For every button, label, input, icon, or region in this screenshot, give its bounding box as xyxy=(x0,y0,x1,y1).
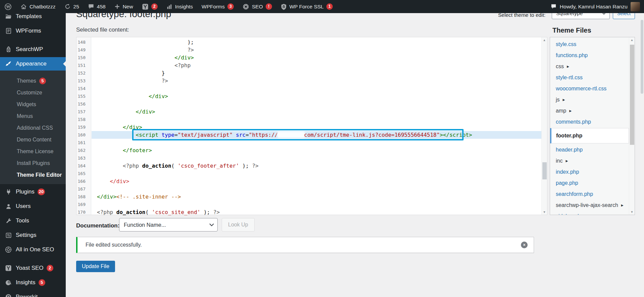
adminbar-item-seo[interactable]: SEO! xyxy=(238,0,276,13)
theme-file-index-php[interactable]: index.php xyxy=(550,166,635,177)
code-line-169[interactable] xyxy=(92,201,541,208)
sidebar-item-plugins[interactable]: Plugins20 xyxy=(0,185,66,199)
sidebar-item-tools[interactable]: Tools xyxy=(0,214,66,227)
code-line-151[interactable]: <?php xyxy=(92,61,541,69)
theme-file-comments-php[interactable]: comments.php xyxy=(550,116,635,127)
code-line-150[interactable]: </div> xyxy=(92,54,541,61)
yoast-icon xyxy=(142,3,149,10)
adminbar-item-comments[interactable]: 458 xyxy=(84,0,110,13)
adminbar-item-wp-force-ssl[interactable]: WP Force SSL1 xyxy=(276,0,337,13)
avatar[interactable] xyxy=(631,2,640,11)
editor-scrollbar-thumb[interactable] xyxy=(542,162,547,179)
sidebar-item-appearance[interactable]: Appearance xyxy=(0,57,66,71)
code-line-156[interactable] xyxy=(92,100,541,108)
sidebar-subitem-install-plugins[interactable]: Install Plugins xyxy=(0,157,66,169)
adminbar-item-wp-logo[interactable] xyxy=(0,0,16,13)
theme-files-scrollbar[interactable]: ▲ ▼ xyxy=(629,37,635,215)
sidebar-subitem-additional-css[interactable]: Additional CSS xyxy=(0,122,66,134)
adminbar-item-insights[interactable]: Insights xyxy=(162,0,197,13)
adminbar-item-wpforms[interactable]: WPForms3 xyxy=(197,0,238,13)
sidebar-item-searchwp[interactable]: SearchWP xyxy=(0,43,66,56)
code-token: type xyxy=(162,132,175,138)
code-line-168[interactable]: </div><!-- .site-inner --> xyxy=(92,193,541,201)
theme-file-css[interactable]: css▶ xyxy=(550,61,635,72)
code-line-148[interactable]: ); xyxy=(92,38,541,46)
theme-file-js[interactable]: js▶ xyxy=(550,94,635,105)
line-number: 166 xyxy=(76,177,91,185)
code-token: ></script> xyxy=(440,132,472,138)
sidebar-item-settings[interactable]: Settings xyxy=(0,228,66,242)
sidebar-subitem-themes[interactable]: Themes5 xyxy=(0,75,66,87)
code-line-165[interactable] xyxy=(92,170,541,177)
sidebar-item-label: SearchWP xyxy=(16,46,43,53)
code-area[interactable]: ); ?> </div> <?php } ?> </div> </div> </… xyxy=(92,37,541,215)
theme-files-scrollbar-thumb[interactable] xyxy=(630,45,634,145)
sidebar-subitem-menus[interactable]: Menus xyxy=(0,110,66,122)
scroll-down-arrow-icon[interactable]: ▼ xyxy=(542,209,547,215)
theme-file-woocommerce-rtl-css[interactable]: woocommerce-rtl.css xyxy=(550,83,635,94)
scroll-up-arrow-icon[interactable]: ▲ xyxy=(629,37,635,43)
adminbar-item-yoast[interactable]: 2 xyxy=(138,0,162,13)
sidebar-item-yoast-seo[interactable]: Yoast SEO2 xyxy=(0,261,66,275)
documentation-function-select[interactable]: Function Name... xyxy=(119,218,218,231)
scroll-up-arrow-icon[interactable]: ▲ xyxy=(542,37,547,43)
line-number: 149 xyxy=(76,46,91,54)
sidebar-item-wpforms[interactable]: WPForms xyxy=(0,24,66,38)
theme-file-style-rtl-css[interactable]: style-rtl.css xyxy=(550,72,635,83)
theme-file-footer-php[interactable]: footer.php xyxy=(550,128,629,143)
code-line-161[interactable] xyxy=(92,139,541,146)
update-file-button[interactable]: Update File xyxy=(76,261,115,272)
code-editor[interactable]: 1481491501511521531541551561571581591601… xyxy=(76,37,547,215)
sidebar-item-powerkit[interactable]: Powerkit xyxy=(0,290,66,297)
code-line-160[interactable]: <script type="text/javascript" src="http… xyxy=(92,131,541,139)
code-line-158[interactable] xyxy=(92,116,541,123)
settings-icon xyxy=(5,231,12,239)
adminbar-item-updates[interactable]: 25 xyxy=(60,0,84,13)
code-line-153[interactable]: ?> xyxy=(92,77,541,85)
page-scrollbar-thumb[interactable] xyxy=(641,20,643,94)
code-line-170[interactable]: <?php do_action( 'csco_site_end' ); ?> xyxy=(92,208,541,216)
sidebar-item-insights[interactable]: Insights5 xyxy=(0,276,66,289)
sidebar-item-all-in-one-seo[interactable]: All in One SEO xyxy=(0,243,66,256)
code-line-149[interactable]: ?> xyxy=(92,46,541,54)
code-line-157[interactable]: </div> xyxy=(92,108,541,116)
code-token: ); xyxy=(200,209,213,215)
adminbar-item-new-content[interactable]: New xyxy=(110,0,138,13)
editor-scrollbar[interactable]: ▲ ▼ xyxy=(541,37,547,215)
theme-file-searchform-php[interactable]: searchform.php xyxy=(550,188,635,200)
code-line-166[interactable]: </div> xyxy=(92,177,541,185)
sidebar-subitem-demo-content[interactable]: Demo Content xyxy=(0,134,66,145)
sidebar-subitem-customize[interactable]: Customize xyxy=(0,87,66,98)
code-line-159[interactable]: </div> xyxy=(92,123,541,131)
sidebar-item-label: WPForms xyxy=(16,28,41,34)
theme-file-header-php[interactable]: header.php xyxy=(550,144,635,155)
speech-bubble-icon[interactable] xyxy=(550,3,557,10)
code-line-163[interactable] xyxy=(92,154,541,162)
sidebar-item-users[interactable]: Users xyxy=(0,200,66,213)
code-line-152[interactable]: } xyxy=(92,69,541,77)
powerkit-icon xyxy=(5,293,12,297)
theme-file-sidebar-php[interactable]: sidebar.php xyxy=(550,211,635,215)
sidebar-item-templates[interactable]: Templates xyxy=(0,13,66,23)
theme-file-page-php[interactable]: page.php xyxy=(550,177,635,188)
sidebar-subitem-widgets[interactable]: Widgets xyxy=(0,98,66,110)
code-line-167[interactable] xyxy=(92,185,541,193)
adminbar-item-site-name[interactable]: Chatbotzzz xyxy=(16,0,60,13)
theme-file-amp[interactable]: amp▶ xyxy=(550,105,635,116)
theme-file-searchwp-live-ajax-search[interactable]: searchwp-live-ajax-search▶ xyxy=(550,200,635,211)
theme-file-inc[interactable]: inc▶ xyxy=(550,155,635,166)
code-line-164[interactable]: <?php do_action( 'csco_footer_after' ); … xyxy=(92,162,541,170)
sidebar-subitem-theme-license[interactable]: Theme License xyxy=(0,145,66,157)
dismiss-notice-icon[interactable]: × xyxy=(521,242,528,248)
page-scrollbar[interactable] xyxy=(640,13,644,297)
howdy-greeting[interactable]: Howdy, Kamrul Hasan Ranzu xyxy=(560,4,628,10)
code-line-162[interactable]: </footer> xyxy=(92,146,541,154)
code-line-154[interactable] xyxy=(92,85,541,92)
success-notice: File edited successfully. × xyxy=(76,237,534,253)
code-line-155[interactable]: </div> xyxy=(92,92,541,100)
theme-file-style-css[interactable]: style.css xyxy=(550,39,635,50)
scroll-down-arrow-icon[interactable]: ▼ xyxy=(629,209,635,215)
line-number: 159 xyxy=(76,123,91,131)
sidebar-subitem-theme-file-editor[interactable]: Theme File Editor xyxy=(0,169,66,181)
theme-file-functions-php[interactable]: functions.php xyxy=(550,50,635,61)
